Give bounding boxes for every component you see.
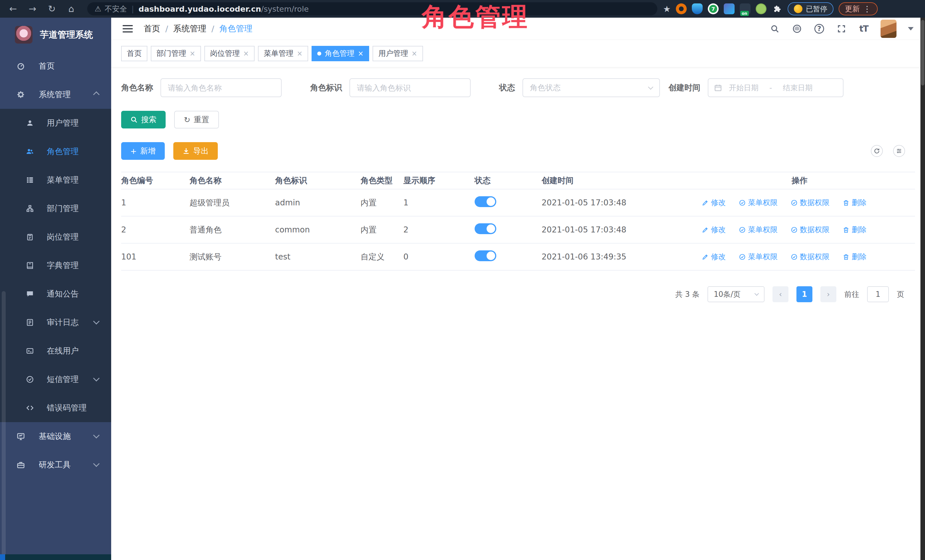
page-number-1[interactable]: 1 [797,286,812,302]
total-count: 共 3 条 [675,290,699,299]
sidebar-item-infrastructure[interactable]: 基础设施 [0,422,111,450]
data-permission-link[interactable]: 数据权限 [791,225,830,235]
data-permission-link[interactable]: 数据权限 [791,198,830,208]
breadcrumb-home[interactable]: 首页 [144,23,160,35]
tab-home[interactable]: 首页 [121,46,148,61]
tab-roles[interactable]: 角色管理 × [312,46,369,61]
circle-check-icon [791,200,798,206]
status-select[interactable]: 角色状态 [523,78,660,97]
circle-check-icon [739,254,746,260]
sidebar-item-audit-logs[interactable]: 审计日志 [0,308,111,337]
settings-grid-icon [896,148,902,154]
extensions-puzzle-icon[interactable] [771,3,782,14]
breadcrumb-system[interactable]: 系统管理 [173,23,206,35]
github-icon[interactable] [792,23,802,34]
help-icon[interactable]: ? [814,23,825,34]
menu-permission-link[interactable]: 菜单权限 [739,225,777,235]
close-icon[interactable]: × [243,50,249,57]
sidebar-item-sms[interactable]: 短信管理 [0,365,111,394]
browser-forward-button[interactable]: → [26,3,39,15]
cell-order: 2 [403,225,475,234]
sidebar-item-users[interactable]: 用户管理 [0,109,111,137]
edit-link[interactable]: 修改 [702,225,726,235]
extension-icon-blue-drop[interactable] [692,3,703,14]
menu-permission-link[interactable]: 菜单权限 [739,252,777,262]
add-button[interactable]: + 新增 [121,142,165,160]
system-submenu: 用户管理 角色管理 菜单管理 部门管理 岗位管理 字典管理 [0,109,111,422]
sidebar-item-devtools[interactable]: 研发工具 [0,450,111,479]
browser-home-button[interactable]: ⌂ [65,3,78,15]
prev-page-button[interactable]: ‹ [773,286,788,302]
avatar-dropdown-caret-icon[interactable] [908,27,914,30]
sidebar-logo[interactable]: 芋道管理系统 [0,18,111,52]
sidebar-scrollbar[interactable] [2,291,6,560]
close-icon[interactable]: × [297,50,303,57]
extension-icon-gradient[interactable] [724,3,735,14]
address-bar[interactable]: ⚠ 不安全 | dashboard.yudao.iocoder.cn/syste… [87,2,657,15]
close-icon[interactable]: × [190,50,195,57]
menu-permission-link[interactable]: 菜单权限 [739,198,777,208]
font-size-icon[interactable]: tT [858,23,869,34]
col-status: 状态 [475,175,542,186]
data-permission-link[interactable]: 数据权限 [791,252,830,262]
cell-role-name: 普通角色 [190,224,275,235]
page-size-select[interactable]: 10条/页 [708,286,765,302]
edit-link[interactable]: 修改 [702,198,726,208]
chrome-update-pill[interactable]: 更新 ⋮ [839,2,878,15]
breadcrumb-separator: / [211,24,214,34]
user-avatar[interactable] [881,20,896,38]
search-icon[interactable] [769,23,780,34]
role-code-input[interactable] [350,78,471,97]
sidebar-item-roles[interactable]: 角色管理 [0,137,111,166]
column-settings-button[interactable] [893,145,905,157]
delete-link[interactable]: 删除 [843,252,866,262]
close-icon[interactable]: × [411,50,417,57]
tab-menus[interactable]: 菜单管理 × [258,46,308,61]
sidebar-item-posts[interactable]: 岗位管理 [0,223,111,251]
delete-link[interactable]: 删除 [843,198,866,208]
sidebar-item-notices[interactable]: 通知公告 [0,280,111,308]
tab-posts[interactable]: 岗位管理 × [204,46,255,61]
date-range-picker[interactable]: 开始日期 - 结束日期 [708,78,844,97]
extension-icon-orange[interactable] [676,3,687,14]
sidebar-item-system[interactable]: 系统管理 [0,80,111,109]
browser-back-button[interactable]: ← [7,3,20,15]
sidebar-fold-icon[interactable] [123,23,133,35]
trash-icon [843,200,850,206]
extension-icon-green-circle[interactable]: 7 [708,3,719,14]
tab-departments[interactable]: 部门管理 × [151,46,201,61]
next-page-button[interactable]: › [820,286,836,302]
status-toggle[interactable] [475,196,496,207]
export-button[interactable]: 导出 [173,142,218,160]
breadcrumb: 首页 / 系统管理 / 角色管理 [144,23,253,35]
reset-button[interactable]: ↻ 重置 [174,111,219,128]
edit-link[interactable]: 修改 [702,252,726,262]
sidebar-item-departments[interactable]: 部门管理 [0,194,111,223]
fullscreen-icon[interactable] [836,23,847,34]
sidebar-item-menus[interactable]: 菜单管理 [0,166,111,194]
delete-link[interactable]: 删除 [843,225,866,235]
sidebar-item-online-users[interactable]: 在线用户 [0,337,111,365]
download-icon [182,147,190,155]
sidebar-item-dicts[interactable]: 字典管理 [0,251,111,280]
sidebar-item-label: 研发工具 [39,459,71,470]
goto-page-input[interactable] [867,286,889,302]
sidebar-item-home[interactable]: 首页 [0,52,111,80]
extension-icon-dark[interactable]: on [740,3,750,14]
sidebar-item-error-codes[interactable]: 错误码管理 [0,394,111,422]
kebab-menu-icon[interactable]: ⋮ [863,4,871,14]
scrollbar-thumb[interactable] [921,20,924,86]
tab-users[interactable]: 用户管理 × [372,46,423,61]
extension-icon-green[interactable] [756,3,767,14]
search-button[interactable]: 搜索 [121,111,166,128]
refresh-table-button[interactable] [871,145,883,157]
bookmark-star-icon[interactable]: ★ [663,4,671,14]
profile-paused-pill[interactable]: 已暂停 [788,2,833,15]
role-name-input[interactable] [160,78,282,97]
status-toggle[interactable] [475,251,496,261]
page-scrollbar[interactable] [920,18,925,560]
status-toggle[interactable] [475,223,496,234]
browser-reload-button[interactable]: ↻ [45,3,58,15]
cell-order: 0 [403,252,475,261]
close-icon[interactable]: × [358,50,363,57]
